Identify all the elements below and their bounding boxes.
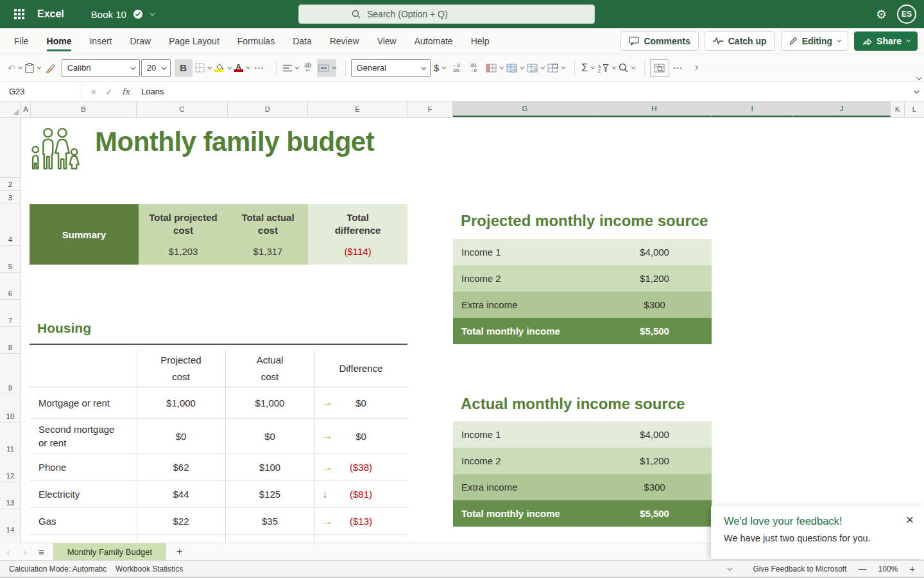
tab-formulas[interactable]: Formulas <box>228 28 284 54</box>
actual-income-heading[interactable]: Actual monthly income source <box>461 395 685 413</box>
spreadsheet-grid[interactable]: 2 3 4 5 6 7 8 9 10 11 12 13 14 Monthly f… <box>0 118 924 543</box>
table-row[interactable]: Gas $22 $35 →($13) <box>30 508 407 535</box>
expand-toolbar-button[interactable] <box>687 59 703 77</box>
zoom-level[interactable]: 100% <box>878 565 898 574</box>
column-header-f[interactable]: F <box>407 101 453 117</box>
column-header-c[interactable]: C <box>137 101 228 117</box>
cancel-entry-icon[interactable]: × <box>91 87 96 97</box>
row-header-10[interactable]: 10 <box>0 394 21 423</box>
sheet-tab-monthly-family-budget[interactable]: Monthly Family Budget <box>53 543 166 560</box>
number-format-select[interactable]: General <box>351 59 431 77</box>
table-row[interactable]: Extra income $300 <box>453 292 712 318</box>
find-button[interactable] <box>617 59 635 77</box>
insert-function-icon[interactable]: fx <box>122 87 130 96</box>
tab-home[interactable]: Home <box>38 28 81 54</box>
sort-filter-button[interactable]: AZ <box>597 59 616 77</box>
column-header-j[interactable]: J <box>793 101 891 117</box>
summary-difference-cell[interactable]: Total difference ($114) <box>308 204 407 265</box>
next-sheet-chevron-icon[interactable]: › <box>17 547 33 557</box>
tab-data[interactable]: Data <box>284 28 321 54</box>
table-row[interactable]: Income 1 $4,000 <box>453 421 712 448</box>
tab-automate[interactable]: Automate <box>406 28 462 54</box>
tab-page-layout[interactable]: Page Layout <box>160 28 228 54</box>
name-box[interactable]: G23 <box>0 82 82 101</box>
format-painter-button[interactable] <box>42 59 58 77</box>
wrap-text-button[interactable]: ab↩ <box>300 59 316 77</box>
zoom-out-button[interactable]: — <box>859 564 867 574</box>
autosum-button[interactable]: Σ <box>580 59 595 77</box>
save-status-icon[interactable] <box>133 9 143 19</box>
more-font-options-button[interactable]: ⋯ <box>252 59 267 77</box>
document-menu-chevron-icon[interactable] <box>150 10 155 15</box>
table-row[interactable]: Electricity $44 $125 ↓($81) <box>30 481 407 508</box>
close-icon[interactable]: × <box>906 512 914 526</box>
table-row[interactable]: Total monthly income $5,500 <box>453 318 712 344</box>
search-input[interactable]: Search (Option + Q) <box>298 4 595 24</box>
undo-button[interactable]: ↶ <box>6 59 22 77</box>
column-header-a[interactable]: A <box>21 101 31 117</box>
column-header-b[interactable]: B <box>31 101 137 117</box>
row-header-9[interactable]: 9 <box>0 354 21 394</box>
sheet-view-button[interactable] <box>650 59 669 77</box>
toolbar-overflow-button[interactable]: ⋯ <box>671 59 686 77</box>
summary-actual-cell[interactable]: Total actual cost $1,317 <box>228 204 308 265</box>
tab-file[interactable]: File <box>5 28 38 54</box>
row-header-6[interactable]: 6 <box>0 273 21 300</box>
workbook-statistics-button[interactable]: Workbook Statistics <box>116 565 183 574</box>
add-sheet-button[interactable]: + <box>176 546 182 557</box>
zoom-in-button[interactable]: + <box>909 563 915 574</box>
decrease-decimal-button[interactable]: .00→0 <box>465 59 481 77</box>
tab-draw[interactable]: Draw <box>121 28 160 54</box>
tab-insert[interactable]: Insert <box>80 28 121 54</box>
merge-cells-button[interactable] <box>317 59 336 77</box>
table-row[interactable]: Mortgage or rent $1,000 $1,000 →$0 <box>30 387 407 419</box>
document-title[interactable]: Book 10 <box>91 9 126 20</box>
row-header-4[interactable]: 4 <box>0 204 21 246</box>
cell-styles-button[interactable] <box>526 59 545 77</box>
increase-decimal-button[interactable]: ←0.00 <box>449 59 464 77</box>
row-header-14[interactable]: 14 <box>0 509 21 536</box>
table-row[interactable]: Total monthly income $5,500 <box>453 500 712 527</box>
row-header-13[interactable]: 13 <box>0 482 21 509</box>
calculation-mode-status[interactable]: Calculation Mode: Automatic <box>9 565 107 574</box>
app-launcher-icon[interactable] <box>14 9 17 12</box>
font-name-select[interactable]: Calibri <box>62 59 140 77</box>
table-row[interactable]: Income 2 $1,200 <box>453 265 712 292</box>
column-header-l[interactable]: L <box>905 101 924 117</box>
projected-income-heading[interactable]: Projected monthly income source <box>461 212 708 230</box>
confirm-entry-icon[interactable]: ✓ <box>105 87 113 97</box>
tab-view[interactable]: View <box>368 28 406 54</box>
bold-button[interactable]: B <box>175 59 193 77</box>
conditional-formatting-button[interactable] <box>484 59 504 77</box>
row-header-2[interactable]: 2 <box>0 178 21 191</box>
insert-delete-cells-button[interactable] <box>546 59 565 77</box>
format-as-table-button[interactable] <box>505 59 524 77</box>
table-row[interactable]: Income 2 $1,200 <box>453 448 712 474</box>
font-size-select[interactable]: 20 <box>141 59 171 77</box>
formula-content[interactable]: Loans <box>141 87 164 96</box>
column-header-k[interactable]: K <box>891 101 905 117</box>
column-header-g[interactable]: G <box>453 101 597 117</box>
currency-format-button[interactable]: $ <box>432 59 447 77</box>
table-row[interactable]: Water and sewer $8 $8 →$0 <box>30 535 407 543</box>
worksheet-title-cell[interactable]: Monthly family budget <box>95 127 374 157</box>
align-button[interactable] <box>282 59 299 77</box>
borders-button[interactable] <box>194 59 212 77</box>
select-all-corner[interactable] <box>0 101 21 117</box>
editing-mode-button[interactable]: Editing <box>781 31 848 51</box>
share-button[interactable]: Share <box>854 31 918 51</box>
column-header-e[interactable]: E <box>308 101 407 117</box>
row-header-1[interactable] <box>0 118 21 178</box>
row-header-5[interactable]: 5 <box>0 246 21 273</box>
collapse-ribbon-chevron-icon[interactable] <box>916 74 921 80</box>
table-row[interactable]: Income 1 $4,000 <box>453 239 712 265</box>
row-header-12[interactable]: 12 <box>0 455 21 482</box>
status-options-chevron-icon[interactable] <box>728 565 733 570</box>
account-avatar[interactable]: ES <box>897 4 916 24</box>
table-row[interactable]: Second mortgage or rent $0 $0 →$0 <box>30 419 407 454</box>
column-header-d[interactable]: D <box>228 101 308 117</box>
font-color-button[interactable]: A <box>233 59 250 77</box>
row-header-3[interactable]: 3 <box>0 191 21 204</box>
fill-color-button[interactable] <box>213 59 232 77</box>
table-row[interactable]: Extra income $300 <box>453 474 712 500</box>
